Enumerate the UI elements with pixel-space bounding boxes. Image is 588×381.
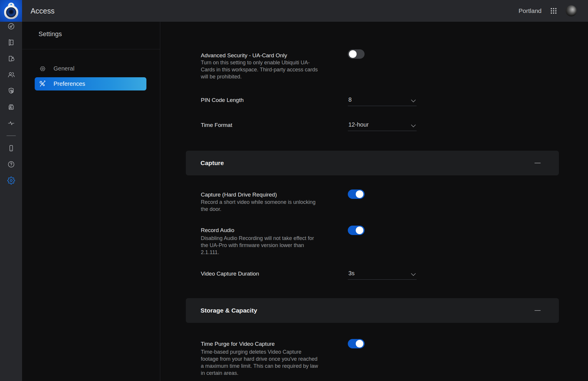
activity-icon [7,119,15,127]
users-icon [7,71,15,79]
capture-toggle[interactable] [348,189,365,199]
app-title: Access [31,0,55,22]
time-purge-label: Time Purge for Video Capture [201,341,275,347]
storage-section-title: Storage & Capacity [201,307,257,314]
chevron-down-icon [411,273,416,276]
pin-code-length-value: 8 [348,96,352,103]
general-hexagon-icon [39,65,46,73]
pin-code-length-select[interactable]: 8 [348,96,417,106]
door-icon [7,38,15,46]
unifi-access-logo[interactable] [0,0,22,22]
preferences-content: Advanced Security - UA-Card Only Turn on… [161,22,588,381]
rail-divider [6,135,16,136]
sidebar-item-devices[interactable] [7,55,15,63]
capture-label: Capture (Hard Drive Required) [201,192,277,198]
pin-code-length-label: PIN Code Length [201,97,244,103]
advanced-security-toggle[interactable] [348,49,365,59]
sidebar-item-settings[interactable] [7,177,15,184]
settings-divider [22,49,160,49]
video-capture-duration-value: 3s [348,270,355,277]
sidebar-item-doors[interactable] [7,38,15,46]
door-reader-icon [7,55,15,63]
top-bar: Access Portland [0,0,588,22]
video-capture-duration-select[interactable]: 3s [348,270,417,280]
record-audio-toggle[interactable] [348,226,365,235]
time-format-value: 12-hour [348,121,369,128]
sidebar-item-activity[interactable] [7,119,15,127]
access-reader-logo-icon [4,3,19,19]
video-capture-duration-label: Video Capture Duration [201,271,259,277]
sidebar-item-help[interactable] [7,160,15,168]
site-name[interactable]: Portland [519,7,542,14]
settings-nav-panel: Settings General Preferences [22,22,160,381]
time-purge-toggle[interactable] [348,339,365,348]
nav-item-preferences[interactable]: Preferences [35,77,146,90]
time-format-label: Time Format [201,122,232,128]
help-icon [7,160,15,168]
dashboard-gauge-icon [7,22,15,30]
sidebar-item-dashboard[interactable] [7,22,15,30]
capture-section-title: Capture [201,160,224,167]
settings-gear-icon [7,177,15,184]
user-avatar[interactable] [566,5,577,16]
settings-heading: Settings [39,30,62,38]
time-format-select[interactable]: 12-hour [348,121,417,131]
nav-item-general[interactable]: General [35,62,146,75]
nav-item-label: General [54,65,74,72]
advanced-security-description: Turn on this setting to only enable Ubiq… [201,59,318,80]
sidebar-icon-rail [0,22,22,381]
security-shield-check-icon [7,87,15,95]
capture-description: Record a short video while someone is un… [201,199,318,213]
record-audio-description: Disabling Audio Recording will not take … [201,235,318,256]
preferences-tools-icon [39,80,46,88]
mobile-phone-icon [7,144,15,152]
sidebar-item-credentials[interactable] [7,103,15,111]
credentials-card-icon [7,103,15,111]
capture-section-header[interactable]: Capture [186,151,559,175]
record-audio-label: Record Audio [201,227,234,234]
chevron-down-icon [411,99,416,103]
time-purge-description: Time-based purging deletes Video Capture… [201,348,318,377]
nav-item-label: Preferences [54,80,85,87]
collapse-minus-icon[interactable] [534,310,541,311]
sidebar-item-users[interactable] [7,71,15,79]
sidebar-item-mobile[interactable] [7,144,15,152]
storage-section-header[interactable]: Storage & Capacity [186,298,559,323]
collapse-minus-icon[interactable] [534,163,541,163]
grid-apps-icon[interactable] [550,7,557,15]
chevron-down-icon [411,124,416,127]
sidebar-item-security[interactable] [7,87,15,95]
advanced-security-label: Advanced Security - UA-Card Only [201,52,287,59]
